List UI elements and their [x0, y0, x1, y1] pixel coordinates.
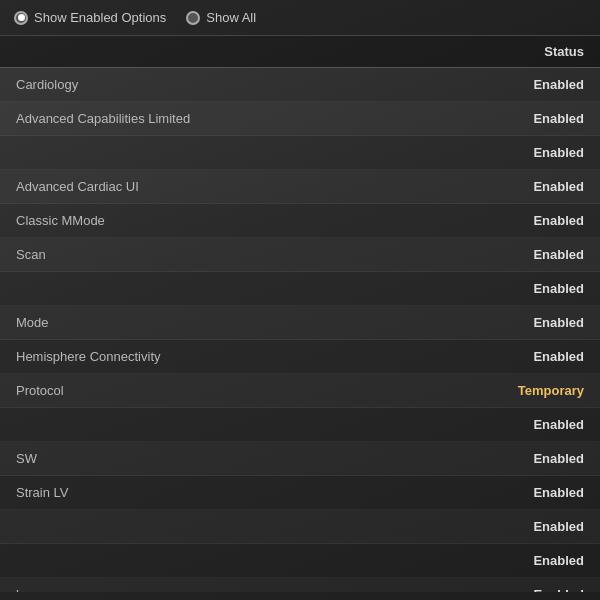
status-cell: Enabled	[390, 476, 600, 510]
show-all-label: Show All	[206, 10, 256, 25]
status-cell: Enabled	[390, 510, 600, 544]
feature-cell: Hemisphere Connectivity	[0, 340, 390, 374]
status-cell: Enabled	[390, 68, 600, 102]
table-row[interactable]: hEnabled	[0, 578, 600, 593]
feature-cell	[0, 408, 390, 442]
table-container: Status CardiologyEnabledAdvanced Capabil…	[0, 36, 600, 592]
status-cell: Enabled	[390, 306, 600, 340]
feature-cell: Advanced Cardiac UI	[0, 170, 390, 204]
feature-cell: Strain LV	[0, 476, 390, 510]
status-column-header: Status	[390, 36, 600, 68]
radio-circle-all	[186, 11, 200, 25]
status-cell: Enabled	[390, 170, 600, 204]
features-table: Status CardiologyEnabledAdvanced Capabil…	[0, 36, 600, 592]
table-row[interactable]: Enabled	[0, 544, 600, 578]
top-bar: Show Enabled Options Show All	[0, 0, 600, 36]
radio-circle-enabled	[14, 11, 28, 25]
feature-cell: Mode	[0, 306, 390, 340]
show-all-radio[interactable]: Show All	[186, 10, 256, 25]
table-row[interactable]: Enabled	[0, 136, 600, 170]
table-row[interactable]: Advanced Cardiac UIEnabled	[0, 170, 600, 204]
feature-cell: Scan	[0, 238, 390, 272]
table-row[interactable]: ModeEnabled	[0, 306, 600, 340]
feature-cell	[0, 544, 390, 578]
table-row[interactable]: CardiologyEnabled	[0, 68, 600, 102]
show-enabled-label: Show Enabled Options	[34, 10, 166, 25]
status-cell: Enabled	[390, 340, 600, 374]
table-row[interactable]: ProtocolTemporary	[0, 374, 600, 408]
status-cell: Temporary	[390, 374, 600, 408]
feature-cell: Advanced Capabilities Limited	[0, 102, 390, 136]
status-cell: Enabled	[390, 136, 600, 170]
feature-cell: Classic MMode	[0, 204, 390, 238]
feature-cell: Protocol	[0, 374, 390, 408]
table-row[interactable]: Advanced Capabilities LimitedEnabled	[0, 102, 600, 136]
table-row[interactable]: Strain LVEnabled	[0, 476, 600, 510]
feature-cell: SW	[0, 442, 390, 476]
feature-cell	[0, 510, 390, 544]
table-row[interactable]: Classic MModeEnabled	[0, 204, 600, 238]
status-cell: Enabled	[390, 272, 600, 306]
feature-cell: h	[0, 578, 390, 593]
table-row[interactable]: ScanEnabled	[0, 238, 600, 272]
feature-cell: Cardiology	[0, 68, 390, 102]
status-cell: Enabled	[390, 442, 600, 476]
table-header-row: Status	[0, 36, 600, 68]
status-cell: Enabled	[390, 102, 600, 136]
table-row[interactable]: Hemisphere ConnectivityEnabled	[0, 340, 600, 374]
table-row[interactable]: Enabled	[0, 272, 600, 306]
status-cell: Enabled	[390, 544, 600, 578]
feature-cell	[0, 136, 390, 170]
status-cell: Enabled	[390, 204, 600, 238]
feature-cell	[0, 272, 390, 306]
status-cell: Enabled	[390, 578, 600, 593]
status-cell: Enabled	[390, 238, 600, 272]
table-row[interactable]: Enabled	[0, 510, 600, 544]
table-row[interactable]: SWEnabled	[0, 442, 600, 476]
feature-column-header	[0, 36, 390, 68]
table-row[interactable]: Enabled	[0, 408, 600, 442]
show-enabled-radio[interactable]: Show Enabled Options	[14, 10, 166, 25]
status-cell: Enabled	[390, 408, 600, 442]
